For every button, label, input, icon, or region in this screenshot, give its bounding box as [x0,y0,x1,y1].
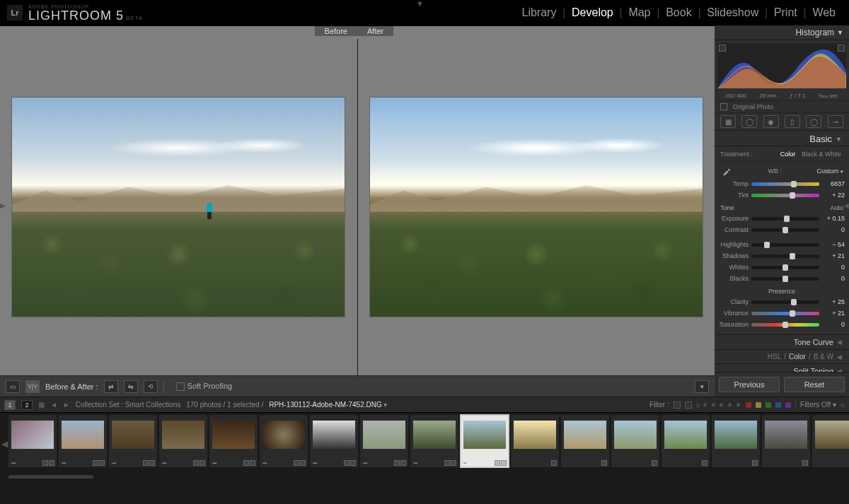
toolbar-options-button[interactable]: ▾ [695,380,709,393]
vibrance-label: Vibrance [719,310,749,317]
filter-lock-icon[interactable]: ⎋ [841,401,845,409]
before-after-view-button[interactable]: Y|Y [25,380,40,393]
nav-fwd-icon[interactable]: ► [63,401,70,409]
brush-tool[interactable]: ⊸ [828,115,843,128]
after-image[interactable] [357,39,715,375]
app-header: Lr ADOBE PHOTOSHOP LIGHTROOM 5BETA Libra… [0,0,849,25]
whites-value[interactable]: 0 [822,264,845,271]
main-window-button[interactable]: 1 [4,400,16,410]
filter-preset-select[interactable]: Filters Off ▾ [795,401,836,409]
thumbnail[interactable]: ••••• [59,415,107,467]
color-filter-purple[interactable] [785,402,791,408]
camera-metadata: ISO 40028 mmƒ / 7.1¹⁄₂₀₀ sec [715,91,849,100]
histogram[interactable] [717,43,846,88]
right-panel-expander-icon[interactable]: ◀ [843,198,849,212]
thumbnail[interactable]: ••••• [109,415,157,467]
histogram-panel-header[interactable]: Histogram▼ [715,25,849,40]
temp-label: Temp [719,180,749,187]
module-tab-web[interactable]: Web [806,6,842,19]
color-filter-blue[interactable] [775,402,781,408]
module-tab-map[interactable]: Map [622,6,657,19]
thumbnail[interactable]: ••• [461,415,509,467]
shadows-slider[interactable] [751,254,819,258]
spot-tool[interactable]: ◯ [741,115,757,128]
basic-panel-header[interactable]: Basic▼ [715,131,849,146]
wb-preset-select[interactable]: Custom ▾ [816,168,843,175]
flag-filter-pick[interactable] [674,402,681,409]
whites-slider[interactable] [751,266,819,269]
highlights-value[interactable]: − 54 [822,241,845,248]
module-tab-develop[interactable]: Develop [565,6,620,19]
thumbnail[interactable]: ••••• [260,415,308,467]
thumbnail[interactable]: ••••• [410,415,458,467]
highlights-slider[interactable] [751,243,819,247]
loupe-view-button[interactable]: ▭ [6,380,20,393]
contrast-value[interactable]: 0 [822,226,845,233]
grid-view-icon[interactable]: ▦ [38,401,45,409]
thumbnail[interactable] [611,415,659,467]
module-tabs: Library|Develop|Map|Book|Slideshow|Print… [516,6,843,19]
vibrance-slider[interactable] [751,312,819,315]
before-image[interactable] [0,39,357,375]
module-tab-slideshow[interactable]: Slideshow [700,6,765,19]
clarity-slider[interactable] [751,300,819,304]
crop-tool[interactable]: ▦ [720,115,736,128]
temp-value[interactable]: 6837 [822,180,845,187]
previous-button[interactable]: Previous [719,377,780,392]
shadows-value[interactable]: + 21 [822,252,845,259]
radial-filter-tool[interactable]: ◯ [806,115,821,128]
thumbnail[interactable] [561,415,609,467]
redeye-tool[interactable]: ◉ [763,115,779,128]
second-window-button[interactable]: 2 [21,400,33,410]
auto-tone-button[interactable]: Auto [830,204,843,211]
thumbnail[interactable]: ••••• [310,415,358,467]
app-logo: Lr [7,5,23,20]
blacks-value[interactable]: 0 [822,275,845,282]
thumbnail[interactable] [812,415,849,467]
swap-before-after-button[interactable]: ⇄ [104,380,118,393]
split-toning-panel-header[interactable]: Split Toning◀ [715,363,849,372]
temp-slider[interactable] [751,182,819,186]
exposure-value[interactable]: + 0.15 [822,215,845,222]
thumbnail[interactable] [662,415,710,467]
module-tab-library[interactable]: Library [516,6,563,19]
thumbnail[interactable] [511,415,559,467]
thumbnail[interactable]: ••••• [159,415,207,467]
exposure-slider[interactable] [751,217,819,221]
color-filter-yellow[interactable] [756,402,761,408]
tone-curve-panel-header[interactable]: Tone Curve◀ [715,334,849,349]
copy-before-after-button[interactable]: ⇆ [124,380,138,393]
color-filter-red[interactable] [746,402,751,408]
thumbnail[interactable] [762,415,810,467]
module-tab-book[interactable]: Book [659,6,698,19]
saturation-slider[interactable] [751,323,819,327]
thumbnail[interactable] [712,415,760,467]
original-photo-checkbox[interactable]: Original Photo [715,100,849,113]
filename-label[interactable]: RPH-130112-Adobe-NM-7452.DNG ▾ [269,401,387,409]
treatment-bw[interactable]: Black & White [799,151,843,158]
wb-dropper-icon[interactable] [720,166,733,176]
blacks-slider[interactable] [751,277,819,281]
module-tab-print[interactable]: Print [768,6,804,19]
copy-settings-button[interactable]: ⟲ [144,380,158,393]
top-panel-handle-icon[interactable]: ▼ [416,0,433,4]
nav-back-icon[interactable]: ◄ [50,401,57,409]
hsl-panel-header[interactable]: HSL/Color/B & W◀ [715,349,849,363]
contrast-slider[interactable] [751,228,819,232]
grad-filter-tool[interactable]: ▯ [785,115,800,128]
clarity-value[interactable]: + 25 [822,298,845,305]
treatment-color[interactable]: Color [778,151,798,158]
filmstrip-scroll-left[interactable]: ◀ [1,439,8,449]
reset-button[interactable]: Reset [784,377,845,392]
color-filter-green[interactable] [766,402,771,408]
soft-proofing-checkbox[interactable]: Soft Proofing [176,382,233,391]
saturation-value[interactable]: 0 [822,321,845,328]
thumbnail[interactable]: ••••• [8,415,57,467]
flag-filter-reject[interactable] [685,402,692,409]
thumbnail[interactable]: ••••• [209,415,258,467]
filmstrip-scrollbar[interactable] [0,474,849,480]
vibrance-value[interactable]: + 21 [822,310,845,317]
tint-value[interactable]: + 22 [822,192,845,199]
thumbnail[interactable]: ••••• [360,415,408,467]
tint-slider[interactable] [751,194,819,197]
